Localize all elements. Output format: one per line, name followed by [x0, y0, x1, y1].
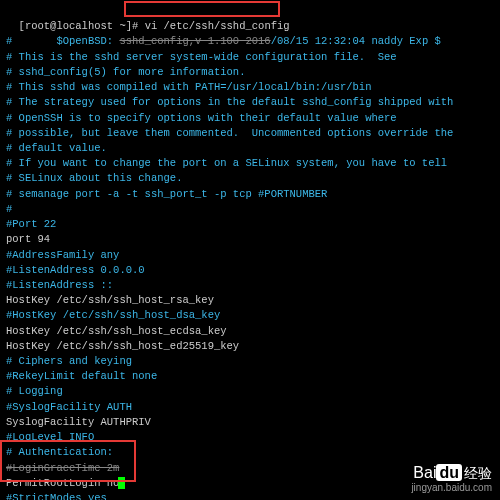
editor-line[interactable]: HostKey /etc/ssh/ssh_host_rsa_key [6, 293, 494, 308]
prompt-user-host: [root@localhost ~]# [19, 20, 139, 32]
baidu-logo: Baidu经验 [411, 463, 492, 482]
editor-line[interactable]: # $OpenBSD: sshd_config,v 1.100 2016/08/… [6, 34, 494, 49]
shell-prompt-line: [root@localhost ~]# vi /etc/ssh/sshd_con… [6, 4, 494, 34]
editor-line[interactable]: #ListenAddress :: [6, 278, 494, 293]
editor-line[interactable]: #LogLevel INFO [6, 430, 494, 445]
editor-line[interactable]: # SELinux about this change. [6, 171, 494, 186]
editor-line[interactable]: HostKey /etc/ssh/ssh_host_ecdsa_key [6, 324, 494, 339]
editor-line[interactable]: # Authentication: [6, 445, 494, 460]
editor-line[interactable]: # default value. [6, 141, 494, 156]
editor-line[interactable]: #RekeyLimit default none [6, 369, 494, 384]
editor-line[interactable]: # semanage port -a -t ssh_port_t -p tcp … [6, 187, 494, 202]
editor-line[interactable]: #SyslogFacility AUTH [6, 400, 494, 415]
editor-line[interactable]: # sshd_config(5) for more information. [6, 65, 494, 80]
command-text: vi /etc/ssh/sshd_config [145, 20, 290, 32]
editor-line[interactable]: # The strategy used for options in the d… [6, 95, 494, 110]
editor-line[interactable]: SyslogFacility AUTHPRIV [6, 415, 494, 430]
editor-line[interactable]: #ListenAddress 0.0.0.0 [6, 263, 494, 278]
editor-line[interactable]: # OpenSSH is to specify options with the… [6, 111, 494, 126]
editor-line[interactable]: port 94 [6, 232, 494, 247]
watermark: Baidu经验 jingyan.baidu.com [411, 463, 492, 494]
editor-line[interactable]: # This sshd was compiled with PATH=/usr/… [6, 80, 494, 95]
watermark-url: jingyan.baidu.com [411, 482, 492, 494]
editor-line[interactable]: HostKey /etc/ssh/ssh_host_ed25519_key [6, 339, 494, 354]
editor-line[interactable]: # Ciphers and keying [6, 354, 494, 369]
editor-line[interactable]: #HostKey /etc/ssh/ssh_host_dsa_key [6, 308, 494, 323]
text-cursor [118, 477, 125, 489]
file-content[interactable]: # $OpenBSD: sshd_config,v 1.100 2016/08/… [6, 34, 494, 500]
editor-line[interactable]: #Port 22 [6, 217, 494, 232]
editor-line[interactable]: # This is the sshd server system-wide co… [6, 50, 494, 65]
editor-line[interactable]: # possible, but leave them commented. Un… [6, 126, 494, 141]
editor-line[interactable]: # [6, 202, 494, 217]
editor-line[interactable]: # If you want to change the port on a SE… [6, 156, 494, 171]
editor-line[interactable]: # Logging [6, 384, 494, 399]
editor-line[interactable]: #AddressFamily any [6, 248, 494, 263]
